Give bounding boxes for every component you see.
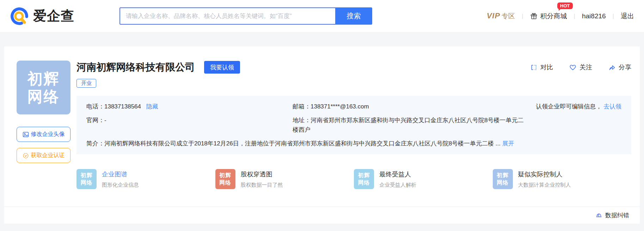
follow-button[interactable]: 关注 [569, 63, 592, 71]
nav-separator: | [574, 13, 575, 20]
phone-field: 电话：13837138564 隐藏 [86, 102, 293, 111]
email-field: 邮箱：138371****@163.com [293, 102, 369, 111]
certification-badge-icon [23, 152, 29, 159]
points-mall-label: 积分商城 [540, 12, 567, 21]
feature-subtitle: 股权数据一目了然 [241, 182, 283, 188]
data-correction-label: 数据纠错 [605, 211, 629, 219]
claim-company-button[interactable]: 我要认领 [204, 61, 240, 74]
compare-icon [530, 64, 537, 71]
company-actions: 对比 关注 [530, 63, 631, 71]
feature-thumb: 初辉网络 [354, 169, 374, 189]
nav-separator: | [522, 13, 523, 20]
phone-label: 电话： [86, 103, 104, 110]
data-correction-button[interactable]: 数据纠错 [595, 211, 629, 219]
username-link[interactable]: hai8216 [582, 12, 606, 20]
status-badge: 开业 [76, 79, 96, 88]
intro-field: 简介： 河南初辉网络科技有限公司成立于2018年12月26日，注册地位于河南省郑… [86, 139, 621, 148]
feature-suspected-controller[interactable]: 初辉网络 疑似实际控制人 大数据计算企业控制人 [493, 169, 632, 189]
expand-intro-link[interactable]: 展开 [502, 139, 514, 148]
address-field: 地址：河南省郑州市郑东新区盛和街与中兴路交叉口金庄东八社区八号院8号楼一单元二楼… [293, 116, 525, 135]
feature-thumb: 初辉网络 [493, 169, 513, 189]
claim-tip-text: 认领企业即可编辑信息， [536, 103, 602, 110]
vip-suffix: 专区 [502, 12, 515, 21]
nav-separator: | [613, 13, 614, 20]
page: 爱企查 搜索 VIP 专区 | 积分商城 [0, 0, 644, 231]
heart-icon [569, 64, 576, 71]
website-value: - [104, 117, 106, 124]
company-card: 初辉 网络 修改企业头像 [4, 46, 640, 224]
siren-icon [595, 212, 602, 219]
vip-zone-link[interactable]: VIP 专区 [487, 11, 515, 21]
company-name: 河南初辉网络科技有限公司 [76, 61, 195, 74]
search-input[interactable] [119, 7, 335, 25]
company-info-box: 电话：13837138564 隐藏 邮箱：138371****@163.com … [76, 96, 631, 154]
card-footer: 数据纠错 [4, 206, 640, 224]
picture-icon [23, 131, 29, 138]
points-mall-link[interactable]: 积分商城 HOT [530, 12, 567, 21]
feature-equity-penetration[interactable]: 初辉网络 股权穿透图 股权数据一目了然 [215, 169, 354, 189]
claim-tip: 认领企业即可编辑信息， 去认领 [536, 102, 621, 111]
address-label: 地址： [293, 117, 311, 124]
feature-company-graph[interactable]: 初辉网络 企业图谱 图形化企业信息 [76, 169, 215, 189]
search-bar: 搜索 [119, 7, 372, 25]
share-label: 分享 [619, 63, 631, 71]
edit-avatar-button[interactable]: 修改企业头像 [17, 127, 70, 142]
magnifier-logo-icon [10, 7, 29, 26]
follow-label: 关注 [579, 63, 592, 71]
intro-value: 河南初辉网络科技有限公司成立于2018年12月26日，注册地位于河南省郑州市郑东… [104, 139, 494, 148]
feature-subtitle: 企业受益人解析 [379, 182, 416, 188]
search-button[interactable]: 搜索 [335, 7, 372, 25]
gift-icon [530, 12, 538, 20]
company-logo-line1: 初辉 [27, 70, 60, 88]
company-logo: 初辉 网络 [17, 61, 70, 114]
company-logo-line2: 网络 [27, 88, 60, 106]
email-value: 138371****@163.com [311, 103, 369, 110]
share-button[interactable]: 分享 [608, 63, 631, 71]
feature-title: 最终受益人 [379, 170, 416, 179]
aiqicha-logo[interactable]: 爱企查 [10, 7, 74, 26]
company-left-column: 初辉 网络 修改企业头像 [17, 61, 70, 189]
go-claim-link[interactable]: 去认领 [603, 103, 621, 110]
feature-subtitle: 图形化企业信息 [102, 182, 139, 188]
brand-name: 爱企查 [33, 7, 74, 25]
hide-phone-link[interactable]: 隐藏 [146, 103, 158, 110]
company-right-column: 河南初辉网络科技有限公司 我要认领 对比 [76, 61, 640, 189]
intro-ellipsis: ... [494, 139, 502, 148]
share-icon [608, 64, 615, 71]
compare-label: 对比 [540, 63, 553, 71]
header-nav: VIP 专区 | 积分商城 HOT | hai8216 | 退出 [487, 11, 634, 21]
edit-avatar-label: 修改企业头像 [31, 131, 65, 138]
feature-thumb: 初辉网络 [215, 169, 235, 189]
get-certification-label: 获取企业认证 [31, 152, 65, 159]
website-label: 官网： [86, 117, 104, 124]
feature-subtitle: 大数据计算企业控制人 [518, 182, 571, 188]
top-header: 爱企查 搜索 VIP 专区 | 积分商城 [0, 0, 644, 32]
feature-shortcuts: 初辉网络 企业图谱 图形化企业信息 初辉网络 股权穿透图 股 [76, 169, 631, 189]
compare-button[interactable]: 对比 [530, 63, 553, 71]
feature-thumb: 初辉网络 [76, 169, 97, 189]
vip-word: VIP [487, 11, 500, 20]
address-value: 河南省郑州市郑东新区盛和街与中兴路交叉口金庄东八社区八号院8号楼一单元二楼西户 [293, 117, 523, 133]
email-label: 邮箱： [293, 103, 311, 110]
hot-badge: HOT [557, 2, 572, 9]
feature-title: 企业图谱 [102, 170, 139, 179]
phone-value: 13837138564 [104, 103, 141, 110]
get-certification-button[interactable]: 获取企业认证 [17, 148, 70, 163]
logout-link[interactable]: 退出 [621, 12, 634, 21]
website-field: 官网：- [86, 116, 293, 135]
feature-title: 疑似实际控制人 [518, 170, 571, 179]
feature-ultimate-beneficiary[interactable]: 初辉网络 最终受益人 企业受益人解析 [354, 169, 493, 189]
intro-label: 简介： [86, 139, 104, 148]
feature-title: 股权穿透图 [241, 170, 283, 179]
